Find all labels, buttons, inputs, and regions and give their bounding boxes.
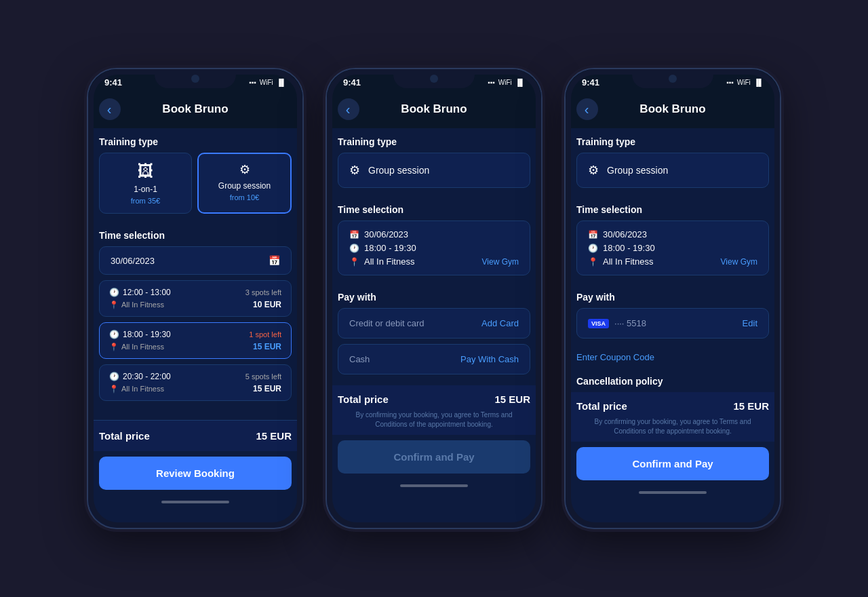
clock-icon-s1: 🕐 — [109, 288, 119, 297]
view-gym-link-3[interactable]: View Gym — [721, 257, 757, 267]
page-title-1: Book Bruno — [162, 102, 228, 116]
phones-container: 9:41 ▪▪▪ WiFi ▐▌ Book Bruno Training typ… — [73, 41, 795, 556]
phone-3-content: Book Bruno Training type ⚙ Group session… — [566, 90, 780, 522]
time-hours-value-2: 18:00 - 19:30 — [364, 243, 416, 253]
time-selection-box-2: 📅 30/06/2023 🕐 18:00 - 19:30 📍 All In Fi… — [338, 220, 530, 275]
confirm-pay-button-3[interactable]: Confirm and Pay — [576, 447, 769, 480]
date-value-1: 30/06/2023 — [111, 256, 155, 266]
pay-card-option-2[interactable]: Credit or debit card Add Card — [338, 308, 530, 339]
date-picker-1[interactable]: 30/06/2023 📅 — [99, 246, 292, 275]
header-1: Book Bruno — [88, 90, 302, 128]
back-button-3[interactable] — [576, 98, 598, 120]
clock-icon-3: 🕐 — [588, 244, 597, 253]
clock-icon-2: 🕐 — [349, 244, 359, 253]
confirm-pay-button-2[interactable]: Confirm and Pay — [338, 440, 530, 474]
pay-cash-option-2[interactable]: Cash Pay With Cash — [338, 344, 530, 374]
pay-card-label-2: Credit or debit card — [349, 318, 425, 328]
back-button-1[interactable] — [99, 98, 121, 120]
time-date-value-2: 30/06/2023 — [364, 229, 408, 239]
selected-training-text-3: Group session — [607, 165, 668, 176]
training-card-1on1[interactable]: 🖼 1-on-1 from 35€ — [99, 153, 192, 214]
back-button-2[interactable] — [338, 98, 359, 120]
total-price-section-2: Total price 15 EUR — [327, 385, 541, 408]
page-title-3: Book Bruno — [639, 102, 705, 116]
pay-options-container-2: Credit or debit card Add Card Cash Pay W… — [327, 308, 541, 385]
slot-1-spots: 3 spots left — [245, 288, 281, 296]
calendar-icon-3: 📅 — [588, 230, 597, 239]
pin-icon-s3: 📍 — [109, 385, 119, 393]
1on1-price: from 35€ — [105, 197, 186, 205]
status-icons-3: ▪▪▪ WiFi ▐▌ — [726, 79, 764, 86]
training-type-label-3: Training type — [566, 128, 780, 153]
pay-options-container-3: VISA ···· 5518 Edit — [566, 308, 780, 349]
time-hours-row-2: 🕐 18:00 - 19:30 — [349, 243, 519, 253]
time-selection-label-2: Time selection — [327, 196, 541, 220]
status-icons-2: ▪▪▪ WiFi ▐▌ — [488, 79, 525, 86]
training-type-label-2: Training type — [327, 128, 541, 153]
pay-visa-option-3[interactable]: VISA ···· 5518 Edit — [576, 308, 769, 339]
slot-1-time: 🕐 12:00 - 13:00 — [109, 288, 171, 297]
battery-icon-2: ▐▌ — [515, 79, 525, 86]
status-icons-1: ▪▪▪ WiFi ▐▌ — [249, 79, 286, 86]
time-slot-3[interactable]: 🕐 20:30 - 22:00 5 spots left 📍 All In Fi… — [99, 364, 292, 401]
time-selection-label-3: Time selection — [566, 196, 780, 220]
time-location-row-2: 📍 All In Fitness View Gym — [349, 256, 519, 267]
review-booking-button[interactable]: Review Booking — [99, 457, 292, 490]
header-2: Book Bruno — [327, 90, 541, 128]
phone-1-content: Book Bruno Training type 🖼 1-on-1 from 3… — [88, 90, 302, 522]
view-gym-link-2[interactable]: View Gym — [482, 257, 519, 267]
signal-icon-1: ▪▪▪ — [249, 79, 256, 86]
calendar-icon-2: 📅 — [349, 230, 359, 239]
time-date-row-3: 📅 30/06/2023 — [588, 229, 757, 239]
time-date-row-2: 📅 30/06/2023 — [349, 229, 519, 239]
pin-icon-3: 📍 — [588, 257, 597, 267]
time-selection-label-1: Time selection — [88, 222, 302, 246]
pay-cash-action-2[interactable]: Pay With Cash — [460, 354, 519, 364]
calendar-icon-1: 📅 — [269, 255, 280, 266]
wifi-icon-2: WiFi — [498, 79, 512, 86]
clock-icon-s2: 🕐 — [109, 330, 119, 339]
time-location-value-2: All In Fitness — [364, 256, 414, 267]
time-slot-2[interactable]: 🕐 18:00 - 19:30 1 spot left 📍 All In Fit… — [99, 322, 292, 359]
selected-training-2[interactable]: ⚙ Group session — [338, 153, 530, 188]
slot-3-price: 15 EUR — [253, 384, 281, 393]
phone-2: 9:41 ▪▪▪ WiFi ▐▌ Book Bruno Training typ… — [326, 68, 542, 529]
group-price: from 10€ — [204, 193, 285, 201]
time-selection-box-3: 📅 30/06/2023 🕐 18:00 - 19:30 📍 All In Fi… — [576, 220, 769, 275]
wifi-icon-1: WiFi — [260, 79, 273, 86]
wifi-icon-3: WiFi — [737, 79, 751, 86]
training-card-group[interactable]: ⚙ Group session from 10€ — [197, 153, 292, 214]
edit-card-action-3[interactable]: Edit — [743, 318, 757, 328]
training-type-label-1: Training type — [88, 128, 302, 153]
total-bar-1: Total price 15 EUR — [88, 420, 302, 451]
header-3: Book Bruno — [566, 90, 780, 128]
add-card-action-2[interactable]: Add Card — [481, 318, 519, 328]
pay-cash-label-2: Cash — [349, 354, 370, 364]
home-indicator-3 — [639, 491, 707, 494]
page-title-2: Book Bruno — [401, 102, 467, 116]
pay-with-label-2: Pay with — [327, 284, 541, 308]
slot-2-location: 📍 All In Fitness — [109, 342, 164, 351]
coupon-code-link-3[interactable]: Enter Coupon Code — [566, 349, 780, 368]
signal-icon-2: ▪▪▪ — [488, 79, 495, 86]
time-hours-value-3: 18:00 - 19:30 — [603, 243, 655, 253]
status-time-3: 9:41 — [582, 77, 599, 88]
slot-1-location: 📍 All In Fitness — [109, 300, 164, 309]
group-icon: ⚙ — [204, 162, 285, 177]
cancellation-policy-label-3: Cancellation policy — [566, 368, 780, 392]
total-amount-2: 15 EUR — [494, 393, 530, 405]
pin-icon-2: 📍 — [349, 257, 359, 267]
home-indicator-2 — [400, 484, 468, 487]
disclaimer-3: By confirming your booking, you agree to… — [566, 415, 780, 442]
total-amount-1: 15 EUR — [256, 430, 292, 442]
pay-with-label-3: Pay with — [566, 284, 780, 308]
group-training-icon-2: ⚙ — [349, 163, 360, 178]
group-training-icon-3: ⚙ — [588, 163, 599, 178]
phone-3: 9:41 ▪▪▪ WiFi ▐▌ Book Bruno Training typ… — [564, 68, 781, 529]
time-date-value-3: 30/06/2023 — [603, 229, 647, 239]
time-slot-1[interactable]: 🕐 12:00 - 13:00 3 spots left 📍 All In Fi… — [99, 280, 292, 317]
group-name: Group session — [204, 181, 285, 191]
selected-training-3[interactable]: ⚙ Group session — [576, 153, 769, 188]
pin-icon-s1: 📍 — [109, 301, 119, 309]
total-price-section-3: Total price 15 EUR — [566, 392, 780, 415]
